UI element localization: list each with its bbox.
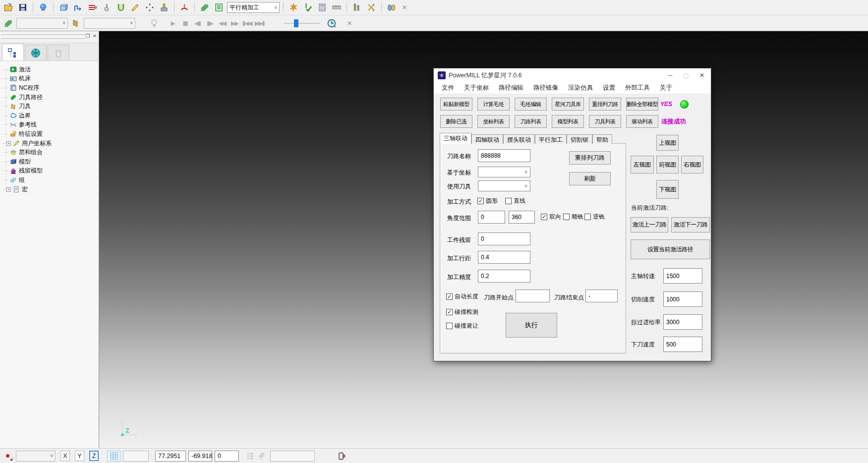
toolpath-list-icon[interactable] xyxy=(213,1,226,14)
rearrange-toolpath-button[interactable]: 重排列刀路 xyxy=(569,151,611,165)
tree-item-feature-set[interactable]: 特征设置 xyxy=(2,129,99,139)
menu-external-tools[interactable]: 外部工具 xyxy=(620,84,655,92)
tree-item-nc-program[interactable]: NC程序 xyxy=(2,83,99,93)
toolpath-transform-icon[interactable] xyxy=(365,1,378,14)
position-field[interactable] xyxy=(270,451,315,462)
bidirectional-checkbox[interactable]: ✓双向 xyxy=(541,213,561,221)
minimize-icon[interactable]: ─ xyxy=(662,69,678,82)
toolpath-list-button[interactable]: 刀路列表 xyxy=(515,115,547,128)
leads-and-links-icon[interactable] xyxy=(115,1,127,14)
grid-size-field[interactable] xyxy=(123,451,149,462)
tree-item-group[interactable]: 组 xyxy=(2,175,99,185)
tree-item-model[interactable]: 模型 xyxy=(2,157,99,167)
rapid-move-heights-icon[interactable] xyxy=(71,1,84,14)
view-left-button[interactable]: 左视图 xyxy=(631,156,654,174)
calculator-icon[interactable] xyxy=(316,1,329,14)
maximize-icon[interactable]: ▢ xyxy=(678,69,694,82)
calc-block-button[interactable]: 计算毛坯 xyxy=(477,98,510,111)
menu-render-sim[interactable]: 渲染仿真 xyxy=(563,84,598,92)
menu-path-edit[interactable]: 路径编辑 xyxy=(494,84,528,92)
edit-block-button[interactable]: 毛坯编辑 xyxy=(515,98,547,111)
rewind-icon[interactable]: ◀◀ xyxy=(217,18,228,29)
ruler-icon[interactable] xyxy=(330,1,343,14)
play-icon[interactable]: ▶ xyxy=(167,18,178,29)
tab-saw[interactable]: 切割锯 xyxy=(567,134,592,144)
start-point-input[interactable] xyxy=(516,289,550,302)
tree-item-levels-sets[interactable]: 层和组合 xyxy=(2,148,99,157)
tool-list-button[interactable]: 刀具列表 xyxy=(589,115,621,128)
tree-item-macro[interactable]: +宏 xyxy=(2,185,99,194)
viewmill-icon[interactable] xyxy=(37,1,50,14)
tool-library-button[interactable]: 星河刀具库 xyxy=(552,98,584,111)
tab-3axis[interactable]: 三轴联动 xyxy=(440,133,471,144)
menu-path-mirror[interactable]: 路径镜像 xyxy=(528,84,563,92)
sim-entity-combobox[interactable]: ˅ xyxy=(16,18,68,29)
tab-explorer-tree[interactable] xyxy=(2,44,24,60)
go-to-end-icon[interactable]: ▶▶▮ xyxy=(254,18,265,29)
step-back-icon[interactable]: ◀▮ xyxy=(192,18,203,29)
tab-help[interactable]: 帮助 xyxy=(592,134,612,144)
tree-item-tool[interactable]: 刀具 xyxy=(2,102,99,111)
activate-prev-button[interactable]: 激活上一刀路 xyxy=(631,217,668,232)
tree-item-stock-model[interactable]: 残留模型 xyxy=(2,167,99,176)
cutting-feed-input[interactable] xyxy=(663,291,702,307)
menu-file[interactable]: 文件 xyxy=(437,84,459,92)
explorer-panel-header[interactable]: ❐ ✕ xyxy=(0,31,99,43)
graphics-viewport[interactable]: Y Z X PowerMILL 忆梦星河 7.0.6 ─ ▢ ✕ xyxy=(99,31,868,448)
tab-recycle-bin[interactable] xyxy=(48,45,69,60)
angle-to-input[interactable] xyxy=(509,211,535,224)
go-to-start-icon[interactable]: ▮◀◀ xyxy=(241,18,252,29)
skim-feed-input[interactable] xyxy=(663,314,702,330)
menu-coords[interactable]: 关于坐标 xyxy=(459,84,494,92)
tree-item-machine[interactable]: 机床 xyxy=(2,74,99,84)
use-tool-select[interactable]: ˅ xyxy=(478,180,530,191)
toolpath-name-input[interactable] xyxy=(478,149,530,162)
view-front-button[interactable]: 前视图 xyxy=(656,156,679,174)
tree-item-toolpath[interactable]: 刀具路径 xyxy=(2,93,99,102)
climb-mill-checkbox[interactable]: 顺铣 xyxy=(563,213,583,221)
expand-icon[interactable]: + xyxy=(6,141,11,146)
active-toolpath-combobox[interactable]: 平行精加工 ˅ xyxy=(227,2,280,13)
axis-y-button[interactable]: Y xyxy=(75,451,84,461)
open-project-icon[interactable] xyxy=(2,1,15,14)
view-right-button[interactable]: 右视图 xyxy=(681,156,703,174)
statusbar-combobox[interactable]: ˅ xyxy=(16,451,56,462)
coord-list-button[interactable]: 坐标列表 xyxy=(477,115,510,128)
menu-about[interactable]: 关于 xyxy=(655,84,677,92)
delete-all-models-button[interactable]: 删除全部模型 xyxy=(626,98,658,111)
tool-database-icon[interactable] xyxy=(158,1,171,14)
tree-item-activate[interactable]: 激活 xyxy=(2,65,99,74)
activate-next-button[interactable]: 激活下一刀路 xyxy=(671,217,710,232)
refresh-button[interactable]: 刷新 xyxy=(569,172,611,185)
fast-forward-icon[interactable]: ▶▶ xyxy=(229,18,240,29)
component-pair-icon[interactable] xyxy=(385,1,398,14)
circle-mode-checkbox[interactable]: ✓圆形 xyxy=(477,197,498,205)
pause-icon[interactable]: ▮▮ xyxy=(179,18,190,29)
model-list-button[interactable]: 模型列表 xyxy=(552,115,584,128)
close-toolbar-icon[interactable]: ✕ xyxy=(345,18,354,28)
menu-settings[interactable]: 设置 xyxy=(598,84,620,92)
cursor-x-field[interactable]: 77.2951 xyxy=(155,451,186,462)
sim-tool-combobox[interactable]: ˅ xyxy=(84,18,135,29)
tab-web-browser[interactable] xyxy=(25,45,47,60)
conventional-mill-checkbox[interactable]: 逆铣 xyxy=(584,213,605,221)
close-panel-icon[interactable]: ✕ xyxy=(92,33,98,39)
view-bottom-button[interactable]: 下视图 xyxy=(656,180,679,199)
feed-rate-icon[interactable] xyxy=(86,1,99,14)
auto-length-checkbox[interactable]: ✓自动长度 xyxy=(446,292,478,301)
light-bulb-icon[interactable] xyxy=(148,17,161,30)
float-panel-icon[interactable]: ❐ xyxy=(85,33,91,39)
set-active-path-button[interactable]: 设置当前激活路径 xyxy=(631,239,710,259)
grid-icon[interactable] xyxy=(107,451,120,462)
tab-tilt-head[interactable]: 摆头联动 xyxy=(503,134,535,144)
collision-check-icon[interactable] xyxy=(178,1,191,14)
slider-handle[interactable] xyxy=(294,19,298,27)
end-point-input[interactable] xyxy=(585,289,618,302)
block-icon[interactable] xyxy=(57,1,70,14)
axis-x-button[interactable]: X xyxy=(60,451,70,461)
position-pick-icon[interactable] xyxy=(257,452,266,461)
stepover-input[interactable] xyxy=(478,251,530,264)
plunge-feed-input[interactable] xyxy=(663,337,702,352)
dialog-titlebar[interactable]: PowerMILL 忆梦星河 7.0.6 ─ ▢ ✕ xyxy=(434,68,711,82)
tree-item-pattern[interactable]: 参考线 xyxy=(2,120,99,130)
